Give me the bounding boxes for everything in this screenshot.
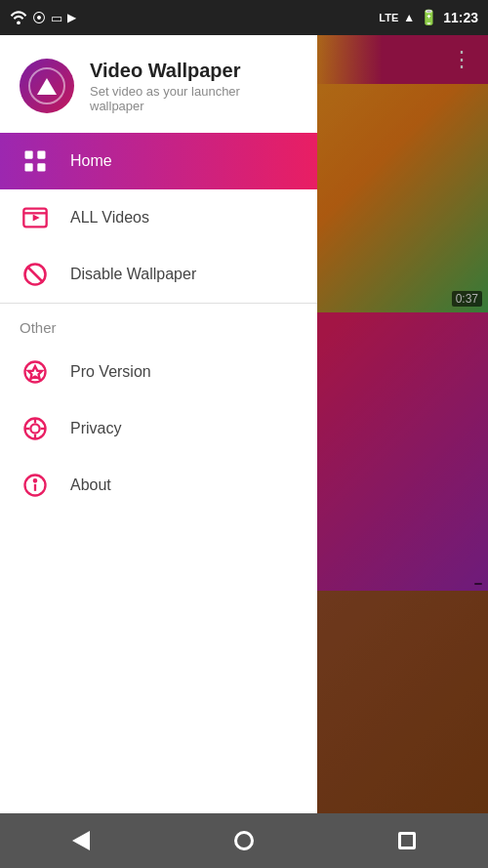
svg-point-0 xyxy=(17,21,20,24)
svg-point-12 xyxy=(30,424,39,433)
logo-triangle-icon xyxy=(37,78,57,95)
menu-item-privacy[interactable]: Privacy xyxy=(0,400,317,457)
back-arrow-icon xyxy=(72,831,90,850)
svg-point-19 xyxy=(34,479,36,481)
app-title: Video Wallpaper xyxy=(90,59,298,82)
svg-rect-4 xyxy=(37,163,45,171)
menu-item-about[interactable]: About xyxy=(0,457,317,514)
app-logo xyxy=(20,59,74,113)
recents-button[interactable] xyxy=(387,821,427,860)
svg-rect-2 xyxy=(37,151,45,159)
svg-rect-3 xyxy=(25,163,33,171)
about-icon xyxy=(20,470,51,501)
back-button[interactable] xyxy=(61,821,101,860)
sd-icon: ▭ xyxy=(51,11,62,25)
home-icon xyxy=(20,145,51,177)
bottom-nav-bar xyxy=(0,813,488,868)
menu-label-about: About xyxy=(70,476,111,494)
recents-square-icon xyxy=(398,832,416,849)
status-right-icons: LTE ▲ 🔋 11:23 xyxy=(379,9,478,26)
lte-icon: LTE xyxy=(379,12,398,23)
svg-marker-6 xyxy=(33,215,40,222)
app-logo-inner xyxy=(28,67,65,104)
svg-rect-1 xyxy=(25,151,33,159)
record-icon: ⦿ xyxy=(32,10,46,25)
home-button[interactable] xyxy=(224,821,264,860)
play-icon: ▶ xyxy=(67,11,76,24)
menu-label-home: Home xyxy=(70,152,112,170)
drawer-menu: Home ALL Videos Disable Wallpaper xyxy=(0,133,317,868)
menu-label-disable-wallpaper: Disable Wallpaper xyxy=(70,266,196,283)
drawer-header: Video Wallpaper Set video as your launch… xyxy=(0,35,317,133)
wifi-icon xyxy=(10,11,27,24)
section-other: Other xyxy=(0,304,317,344)
menu-label-privacy: Privacy xyxy=(70,420,121,437)
menu-item-pro-version[interactable]: Pro Version xyxy=(0,344,317,400)
app-subtitle: Set video as your launcher wallpaper xyxy=(90,84,298,113)
navigation-drawer: Video Wallpaper Set video as your launch… xyxy=(0,35,317,868)
signal-icon: ▲ xyxy=(403,11,415,24)
clock: 11:23 xyxy=(443,10,478,25)
status-bar: ⦿ ▭ ▶ LTE ▲ 🔋 11:23 xyxy=(0,0,488,35)
menu-label-pro-version: Pro Version xyxy=(70,363,151,381)
privacy-icon xyxy=(20,413,51,444)
svg-line-9 xyxy=(27,267,43,282)
battery-icon: 🔋 xyxy=(420,9,438,26)
pro-version-icon xyxy=(20,356,51,388)
menu-item-disable-wallpaper[interactable]: Disable Wallpaper xyxy=(0,246,317,303)
menu-item-all-videos[interactable]: ALL Videos xyxy=(0,189,317,246)
all-videos-icon xyxy=(20,202,51,233)
status-left-icons: ⦿ ▭ ▶ xyxy=(10,10,76,25)
disable-wallpaper-icon xyxy=(20,259,51,290)
menu-item-home[interactable]: Home xyxy=(0,133,317,189)
home-circle-icon xyxy=(234,831,254,850)
app-info: Video Wallpaper Set video as your launch… xyxy=(90,59,298,113)
menu-label-all-videos: ALL Videos xyxy=(70,209,149,227)
